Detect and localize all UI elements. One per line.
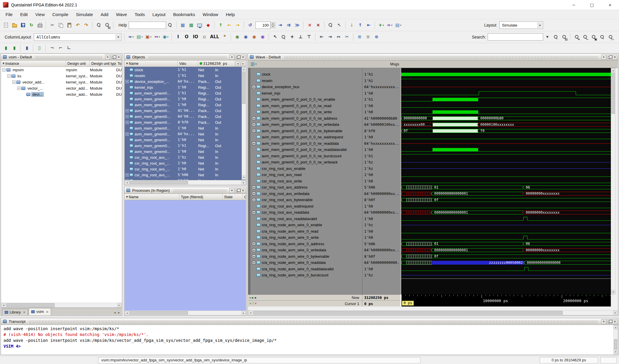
structure-horizontal-scrollbar[interactable]: ◂ ▸: [1, 303, 122, 308]
waveform-area[interactable]: [401, 68, 611, 295]
layout-combo[interactable]: Simulate▾: [499, 21, 543, 29]
object-row[interactable]: +avm_mem_gmem0...64'hx...NetIn: [125, 131, 246, 137]
object-row[interactable]: kernel_irqs1'h0Regi...Out: [125, 84, 246, 90]
search-find-icon[interactable]: [552, 33, 560, 41]
toggle-short-names-icon[interactable]: ⌐: [57, 44, 64, 52]
scroll-left-icon[interactable]: ◂: [125, 311, 129, 315]
break-icon[interactable]: ◆: [204, 21, 212, 29]
object-row[interactable]: avm_mem_gmem0...1'h0NetIn: [125, 149, 246, 154]
wave-signal-name[interactable]: kernel_irqs: [250, 90, 362, 97]
wave-undock-button[interactable]: [607, 55, 612, 60]
wave-signal-name[interactable]: avm_mem_gmem0_0_port_0_0_rw_readdatavali…: [250, 147, 362, 153]
undo-icon[interactable]: ↶: [74, 21, 82, 29]
expand-icon[interactable]: +: [252, 116, 256, 120]
add-to-list-icon[interactable]: ▤▾: [394, 21, 402, 29]
wave-signal-name[interactable]: +device_exception_bus: [250, 84, 362, 90]
find-in-files-icon[interactable]: ▤: [103, 21, 111, 29]
new-file-icon[interactable]: [2, 21, 10, 29]
column-header-name[interactable]: ▼Name: [125, 194, 179, 200]
wave-signal-name[interactable]: csr_ring_root_avs_read: [250, 172, 362, 178]
objects-close-button[interactable]: ×: [240, 55, 245, 60]
column-header-type[interactable]: Type (filtered): [179, 194, 223, 200]
object-row[interactable]: csr_ring_root_avs_...1'h0NetIn: [125, 160, 246, 166]
column-header-order[interactable]: Ord: [243, 194, 246, 200]
environment-up-icon[interactable]: ↑: [217, 21, 225, 29]
wave-signal-name[interactable]: +csr_ring_root_avs_byteenable: [250, 197, 362, 203]
wave-signal-name[interactable]: +csr_ring_root_avs_readdata: [250, 209, 362, 216]
restart-icon[interactable]: ↺: [246, 21, 254, 29]
wave-signal-name[interactable]: avm_mem_gmem0_0_port_0_0_rw_write: [250, 109, 362, 115]
zoom-range-icon[interactable]: ▭: [607, 33, 615, 41]
align-bottom-icon[interactable]: ⊥: [297, 33, 305, 41]
find-next-edge-icon[interactable]: ↑: [356, 21, 364, 29]
collapse-time-icon[interactable]: ⇥: [326, 33, 334, 41]
filter-outputs-icon[interactable]: O: [183, 33, 191, 41]
spinner-arrows-icon[interactable]: ▴▾: [271, 22, 275, 28]
environment-back-icon[interactable]: ←: [225, 21, 233, 29]
timeline-lock-icon[interactable]: ▪: [254, 296, 257, 299]
wave-settings-icon[interactable]: ◉: [233, 33, 241, 41]
search-help-icon[interactable]: [166, 21, 174, 29]
menu-bookmarks[interactable]: Bookmarks: [169, 10, 199, 19]
stop-icon[interactable]: ×: [314, 21, 322, 29]
timeline-canvas[interactable]: [401, 295, 611, 306]
expand-icon[interactable]: +: [252, 261, 256, 264]
tree-row[interactable]: -kskernel_syst...ModuleDU: [1, 73, 122, 79]
processes-dock-button[interactable]: +: [229, 188, 234, 193]
scroll-right-icon[interactable]: ▸: [241, 311, 246, 315]
wave-signal-name[interactable]: cra_ring_node_avm_wire_0_write: [250, 234, 362, 241]
transcript-undock-button[interactable]: [607, 319, 612, 324]
scrollbar-thumb[interactable]: [242, 72, 245, 104]
pan-mode-icon[interactable]: +: [288, 33, 296, 41]
object-row[interactable]: avm_mem_gmem0...1'h0Regi...Out: [125, 96, 246, 102]
filter-all-icon[interactable]: ALL: [209, 33, 220, 41]
object-row[interactable]: +avm_mem_gmem0...64'h0...Pack...Out: [125, 114, 246, 119]
wave-signal-name[interactable]: clock: [250, 71, 362, 78]
wave-signal-name[interactable]: +csr_ring_root_avs_address: [250, 184, 362, 191]
transcript-vertical-scrollbar[interactable]: ▴ ▾: [613, 325, 618, 354]
expand-icon[interactable]: +: [252, 129, 256, 133]
find-icon[interactable]: [95, 21, 103, 29]
structure-close-button[interactable]: ×: [116, 55, 121, 60]
wave-colors-icon[interactable]: ◉: [242, 33, 250, 41]
run-icon[interactable]: ⇥: [276, 21, 284, 29]
add-wave-window-icon[interactable]: ≈▾: [127, 33, 135, 41]
expand-icon[interactable]: +: [125, 121, 129, 124]
scrollbar-thumb[interactable]: [253, 311, 563, 315]
scroll-right-icon[interactable]: ▸: [613, 311, 618, 315]
toggle-slope-icon[interactable]: ∟: [65, 44, 73, 52]
menu-wave[interactable]: Wave: [112, 10, 131, 19]
object-row[interactable]: avm_mem_gmem0...1'h0NetIn: [125, 125, 246, 131]
tree-row[interactable]: -vector_add...kernel_syst...ModuleDU: [1, 79, 122, 85]
expand-icon[interactable]: +: [125, 173, 129, 177]
tab-library[interactable]: Library×: [2, 309, 28, 315]
expand-icon[interactable]: +: [252, 85, 256, 89]
objects-horizontal-scrollbar[interactable]: ◂ ▸: [125, 180, 246, 185]
group-signals-icon[interactable]: ≡: [356, 33, 364, 41]
object-row[interactable]: avm_mem_gmem0...1'h0Regi...Out: [125, 102, 246, 108]
next-change-icon[interactable]: ▸: [241, 61, 245, 66]
environment-forward-icon[interactable]: →: [234, 21, 242, 29]
scrollbar-thumb[interactable]: [130, 311, 188, 315]
objects-drag-handle[interactable]: [148, 56, 226, 59]
compile-all-icon[interactable]: ▩: [187, 21, 195, 29]
wave-signal-name[interactable]: csr_ring_root_avs_waitrequest: [250, 203, 362, 210]
wave-signal-name[interactable]: +cra_ring_node_avm_wire_0_writedata: [250, 247, 362, 253]
expand-icon[interactable]: +: [252, 123, 256, 126]
column-header-name[interactable]: ▼Name: [125, 60, 178, 67]
transcript-close-button[interactable]: ×: [612, 319, 617, 324]
menu-edit[interactable]: Edit: [16, 10, 32, 19]
filter-inout-icon[interactable]: IO: [191, 33, 200, 41]
select-mode-icon[interactable]: ↖: [271, 33, 279, 41]
expand-icon[interactable]: +: [252, 242, 256, 245]
cursor-bar[interactable]: +/× Cursor 1 0 ps: [248, 300, 400, 306]
scroll-left-icon[interactable]: ◂: [1, 303, 6, 307]
fit-time-icon[interactable]: ↔: [335, 33, 343, 41]
menu-simulate[interactable]: Simulate: [72, 10, 97, 19]
waveform-canvas[interactable]: [401, 71, 611, 280]
scroll-up-icon[interactable]: ▴: [611, 68, 615, 73]
delete-cursor-icon[interactable]: ×: [254, 302, 257, 305]
wave-signal-name[interactable]: avm_mem_gmem0_0_port_0_0_rw_waitrequest: [250, 134, 362, 140]
wave-signal-name[interactable]: avm_mem_gmem0_0_port_0_0_rw_writeack: [250, 159, 362, 166]
object-row[interactable]: +avm_mem_gmem0...8'hf0Pack...Out: [125, 119, 246, 125]
